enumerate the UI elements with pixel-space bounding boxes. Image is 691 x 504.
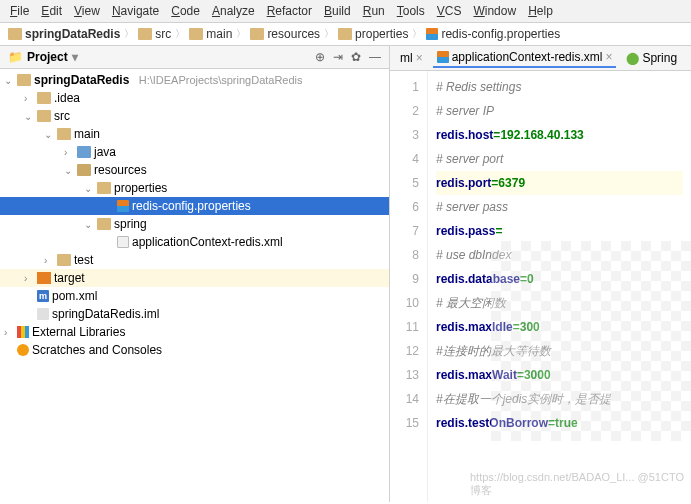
tree-resources[interactable]: ⌄resources: [0, 161, 389, 179]
breadcrumb-item[interactable]: springDataRedis: [8, 27, 120, 41]
close-icon[interactable]: ×: [416, 51, 423, 65]
tab-spring[interactable]: ⬤Spring: [622, 49, 681, 67]
line-number: 13: [390, 363, 419, 387]
folder-icon: [138, 28, 152, 40]
breadcrumb-item[interactable]: src: [138, 27, 171, 41]
code-line[interactable]: # server pass: [436, 195, 683, 219]
line-number: 15: [390, 411, 419, 435]
tree-pom[interactable]: m pom.xml: [0, 287, 389, 305]
code-line[interactable]: redis.database=0: [436, 267, 683, 291]
line-number: 10: [390, 291, 419, 315]
scratch-icon: [17, 344, 29, 356]
menu-window[interactable]: Window: [473, 4, 516, 18]
line-number: 7: [390, 219, 419, 243]
breadcrumb-sep: 〉: [324, 27, 334, 41]
menu-view[interactable]: View: [74, 4, 100, 18]
folder-icon: [250, 28, 264, 40]
tree-java[interactable]: ›java: [0, 143, 389, 161]
panel-header: 📁 Project ▾ ⊕ ⇥ ✿ —: [0, 46, 389, 69]
dropdown-icon[interactable]: ▾: [72, 50, 78, 64]
breadcrumb-item[interactable]: main: [189, 27, 232, 41]
breadcrumb-item[interactable]: resources: [250, 27, 320, 41]
code-line[interactable]: redis.testOnBorrow=true: [436, 411, 683, 435]
menu-analyze[interactable]: Analyze: [212, 4, 255, 18]
code-line[interactable]: redis.pass=: [436, 219, 683, 243]
tab-ml[interactable]: ml ×: [396, 49, 427, 67]
breadcrumb-sep: 〉: [175, 27, 185, 41]
code-line[interactable]: # Redis settings: [436, 75, 683, 99]
code-line[interactable]: # server IP: [436, 99, 683, 123]
tree-main[interactable]: ⌄main: [0, 125, 389, 143]
code-line[interactable]: #连接时的最大等待数: [436, 339, 683, 363]
menu-bar: FileEditViewNavigateCodeAnalyzeRefactorB…: [0, 0, 691, 23]
tree-root[interactable]: ⌄ springDataRedis H:\IDEAProjects\spring…: [0, 71, 389, 89]
breadcrumb-sep: 〉: [412, 27, 422, 41]
folder-icon: [8, 28, 22, 40]
file-icon: [37, 308, 49, 320]
menu-help[interactable]: Help: [528, 4, 553, 18]
tree-properties[interactable]: ⌄properties: [0, 179, 389, 197]
breadcrumb-sep: 〉: [124, 27, 134, 41]
line-number: 4: [390, 147, 419, 171]
code-line[interactable]: redis.port=6379: [436, 171, 683, 195]
menu-tools[interactable]: Tools: [397, 4, 425, 18]
tree-idea[interactable]: ›.idea: [0, 89, 389, 107]
close-icon[interactable]: ×: [605, 50, 612, 64]
project-panel: 📁 Project ▾ ⊕ ⇥ ✿ — ⌄ springDataRedis H:…: [0, 46, 390, 502]
tree-spring[interactable]: ⌄spring: [0, 215, 389, 233]
code-line[interactable]: #在提取一个jedis实例时，是否提: [436, 387, 683, 411]
tree-test[interactable]: ›test: [0, 251, 389, 269]
line-number: 9: [390, 267, 419, 291]
menu-code[interactable]: Code: [171, 4, 200, 18]
code-line[interactable]: redis.maxIdle=300: [436, 315, 683, 339]
tree-src[interactable]: ⌄src: [0, 107, 389, 125]
editor-tabs: ml × applicationContext-redis.xml × ⬤Spr…: [390, 46, 691, 71]
folder-icon: [426, 28, 438, 40]
code-line[interactable]: # use dbIndex: [436, 243, 683, 267]
breadcrumb-item[interactable]: redis-config.properties: [426, 27, 560, 41]
library-icon: [17, 326, 29, 338]
menu-run[interactable]: Run: [363, 4, 385, 18]
properties-icon: [117, 200, 129, 212]
target-icon[interactable]: ⊕: [315, 50, 325, 64]
code-line[interactable]: redis.host=192.168.40.133: [436, 123, 683, 147]
line-number: 5: [390, 171, 419, 195]
code-line[interactable]: # 最大空闲数: [436, 291, 683, 315]
menu-navigate[interactable]: Navigate: [112, 4, 159, 18]
tree-iml[interactable]: springDataRedis.iml: [0, 305, 389, 323]
line-number: 11: [390, 315, 419, 339]
menu-file[interactable]: File: [10, 4, 29, 18]
tree-spring-file[interactable]: applicationContext-redis.xml: [0, 233, 389, 251]
project-tree: ⌄ springDataRedis H:\IDEAProjects\spring…: [0, 69, 389, 502]
menu-refactor[interactable]: Refactor: [267, 4, 312, 18]
tree-scratch[interactable]: Scratches and Consoles: [0, 341, 389, 359]
menu-build[interactable]: Build: [324, 4, 351, 18]
code-area[interactable]: # Redis settings# server IPredis.host=19…: [428, 71, 691, 502]
line-number: 1: [390, 75, 419, 99]
tree-selected-file[interactable]: redis-config.properties: [0, 197, 389, 215]
editor-panel: ml × applicationContext-redis.xml × ⬤Spr…: [390, 46, 691, 502]
breadcrumb: springDataRedis〉src〉main〉resources〉prope…: [0, 23, 691, 46]
line-number: 8: [390, 243, 419, 267]
tree-extlib[interactable]: › External Libraries: [0, 323, 389, 341]
menu-vcs[interactable]: VCS: [437, 4, 462, 18]
line-number: 14: [390, 387, 419, 411]
breadcrumb-sep: 〉: [236, 27, 246, 41]
folder-icon: [338, 28, 352, 40]
settings-icon[interactable]: ✿: [351, 50, 361, 64]
collapse-icon[interactable]: ⇥: [333, 50, 343, 64]
tab-context[interactable]: applicationContext-redis.xml ×: [433, 48, 617, 68]
tree-target[interactable]: ›target: [0, 269, 389, 287]
properties-icon: [437, 51, 449, 63]
line-number: 2: [390, 99, 419, 123]
hide-icon[interactable]: —: [369, 50, 381, 64]
folder-icon: [189, 28, 203, 40]
code-line[interactable]: # server port: [436, 147, 683, 171]
project-icon: 📁: [8, 50, 23, 64]
gutter: 123456789101112131415: [390, 71, 428, 502]
xml-icon: [117, 236, 129, 248]
breadcrumb-item[interactable]: properties: [338, 27, 408, 41]
code-line[interactable]: redis.maxWait=3000: [436, 363, 683, 387]
code-editor[interactable]: 123456789101112131415 # Redis settings# …: [390, 71, 691, 502]
menu-edit[interactable]: Edit: [41, 4, 62, 18]
